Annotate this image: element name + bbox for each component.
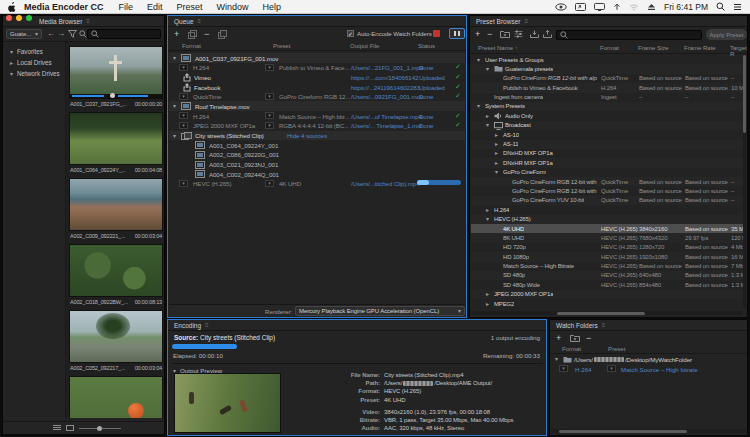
preset-group-row[interactable]: ▸JPEG 2000 MXF OP1a [471, 290, 746, 299]
watch-folders-horizontal-scrollbar[interactable] [551, 429, 746, 433]
queue-row-source[interactable]: ▾City streets (Stitched Clip)Hide 4 sour… [169, 131, 465, 141]
upload-url[interactable]: https://....com/184066142 [351, 74, 418, 81]
clip-thumbnail-laketown[interactable] [69, 178, 163, 231]
apple-menu-icon[interactable] [8, 2, 16, 12]
encoding-tab[interactable]: Encoding ≡ [168, 320, 546, 331]
chevron-right-icon[interactable]: ▸ [495, 132, 498, 138]
stop-queue-button[interactable] [433, 30, 440, 37]
close-window-button[interactable] [6, 15, 12, 21]
output-preset[interactable]: 4K UHD [279, 180, 301, 187]
pause-queue-button[interactable] [449, 28, 465, 39]
chevron-right-icon[interactable]: ▸ [486, 291, 489, 297]
renderer-dropdown[interactable]: Mercury Playback Engine GPU Acceleration… [295, 306, 465, 316]
watch-folder-output-row[interactable]: ▾H.264▾Match Source – High bitrate [551, 364, 746, 374]
add-watch-folder-icon[interactable]: + [556, 333, 561, 343]
menu-edit[interactable]: Edit [140, 2, 170, 12]
menu-preset[interactable]: Preset [170, 2, 210, 12]
app-menu-title[interactable]: Media Encoder CC [20, 2, 112, 12]
preset-row[interactable]: SD 480p WideHEVC (H.265)854x480Based on … [471, 280, 746, 289]
clip-thumbnail-cliff[interactable] [69, 310, 163, 363]
preset-search-input[interactable] [556, 30, 702, 40]
zoom-window-button[interactable] [26, 15, 32, 21]
preset-group-row[interactable]: ▾System Presets [471, 102, 746, 111]
chevron-right-icon[interactable]: ▸ [495, 141, 498, 147]
delete-preset-icon[interactable]: − [487, 29, 492, 39]
thumbnail-view-icon[interactable] [66, 425, 74, 431]
queue-row-subsource[interactable]: A003_C021_0923NJ_001 [169, 160, 465, 170]
clip-thumbnail-cross[interactable] [69, 46, 163, 99]
preset-row[interactable]: SD 480pHEVC (H.265)640x480Based on sourc… [471, 271, 746, 280]
column-preset[interactable]: Preset [608, 346, 625, 352]
dropdown-toggle-icon[interactable]: ▾ [607, 365, 616, 372]
output-file-link[interactable]: /Users/...21FG_001_1.mp4 [351, 64, 423, 71]
menu-clock[interactable]: Fri 6:41 PM [664, 2, 708, 12]
dropdown-toggle-icon[interactable]: ▾ [265, 180, 274, 187]
preset-group-row[interactable]: ▾GoPro CineForm [471, 168, 746, 177]
forward-arrow-icon[interactable]: → [57, 29, 65, 39]
dropdown-toggle-icon[interactable]: ▾ [265, 64, 274, 71]
output-preset[interactable]: RGBA 4:4:4:4 12-bit (BC... [279, 122, 349, 129]
panel-menu-icon[interactable]: ≡ [198, 18, 202, 24]
menu-help[interactable]: Help [256, 2, 289, 12]
output-file-link[interactable]: /Users/... Timelapse_1.mxf [351, 122, 422, 129]
column-format[interactable]: Format [562, 346, 581, 352]
preset-group-row[interactable]: ▸AS-11 [471, 140, 746, 149]
clip-thumbnail-ball[interactable] [69, 376, 163, 418]
dropdown-toggle-icon[interactable]: ▾ [179, 112, 188, 119]
queue-row-output[interactable]: ▾H.264▾Publish to Vimeo & Face.../Users/… [169, 63, 465, 73]
chevron-down-icon[interactable]: ▾ [477, 57, 480, 63]
output-format[interactable]: JPEG 2000 MXF OP1a [193, 122, 255, 129]
menu-window[interactable]: Window [210, 2, 256, 12]
chevron-down-icon[interactable]: ▾ [10, 71, 13, 77]
column-format[interactable]: Format [600, 45, 619, 51]
filter-icon[interactable] [68, 30, 77, 38]
panel-menu-icon[interactable]: ≡ [86, 18, 90, 24]
preset-row[interactable]: Match Source – High BitrateHEVC (H.265)B… [471, 262, 746, 271]
preset-group-row[interactable]: ▸DNxHD MXF OP1a [471, 149, 746, 158]
chevron-down-icon[interactable]: ▾ [486, 66, 489, 72]
queue-row-output[interactable]: ▾HEVC (H.265)▾4K UHD/Users/...titched Cl… [169, 179, 465, 189]
auto-encode-checkbox[interactable]: ✓ [347, 30, 354, 37]
preset-row[interactable]: HD 720pHEVC (H.265)1280x720Based on sour… [471, 243, 746, 252]
watch-folders-tab[interactable]: Watch Folders ≡ [550, 320, 747, 331]
watch-output-format[interactable]: H.264 [575, 366, 592, 373]
queue-row-subsource[interactable]: A002_C086_09220G_001 [169, 150, 465, 160]
column-frame-size[interactable]: Frame Size [638, 45, 669, 51]
queue-row-subsource[interactable]: A001_C064_09224Y_001 [169, 140, 465, 150]
preset-row[interactable]: GoPro CineForm RGB 12-bit with alphaQuic… [471, 177, 746, 186]
dropdown-toggle-icon[interactable]: ▾ [265, 93, 274, 100]
output-format[interactable]: HEVC (H.265) [193, 180, 231, 187]
spotlight-icon[interactable] [716, 2, 725, 11]
preset-row[interactable]: GoPro CineForm YUV 10-bitQuickTimeBased … [471, 196, 746, 205]
add-source-icon[interactable]: + [174, 29, 179, 39]
chevron-down-icon[interactable]: ▾ [555, 356, 558, 362]
clip-scrub-bar[interactable] [70, 94, 162, 98]
menu-file[interactable]: File [112, 2, 141, 12]
media-clip-item[interactable]: A002_C009_092221_...00:00:03:04 [69, 178, 163, 239]
dropdown-toggle-icon[interactable]: ▾ [559, 365, 568, 372]
column-preset-name[interactable]: Preset Name ↑ [478, 45, 518, 51]
queue-row-publish[interactable]: Vimeohttps://....com/184066142Uploaded✓ [169, 72, 465, 82]
queue-row-source[interactable]: ▾Roof Timelapse.mov [169, 101, 465, 111]
preset-vertical-scrollbar[interactable] [743, 55, 746, 308]
chevron-down-icon[interactable]: ▾ [486, 122, 489, 128]
chevron-down-icon[interactable]: ▾ [10, 49, 13, 55]
back-arrow-icon[interactable]: ← [47, 29, 55, 39]
chevron-down-icon[interactable]: ▾ [486, 216, 489, 222]
column-frame-rate[interactable]: Frame Rate [684, 45, 716, 51]
watch-folder-row[interactable]: ▾/Users//Desktop/MyWatchFolder [551, 354, 746, 364]
preset-group-row[interactable]: ▸H.264 [471, 205, 746, 214]
preset-group-row[interactable]: ▸DNxHR MXF OP1a [471, 158, 746, 167]
media-clip-item[interactable]: A001_C064_09224Y_...00:00:04:08 [69, 112, 163, 173]
dropdown-toggle-icon[interactable]: ▾ [179, 180, 188, 187]
chevron-down-icon[interactable]: ▾ [495, 169, 498, 175]
chevron-down-icon[interactable]: ▾ [477, 103, 480, 109]
queue-row-publish[interactable]: Facebookhttps://...24119614602283Uploade… [169, 82, 465, 92]
notification-center-icon[interactable] [733, 3, 742, 11]
duplicate-icon[interactable] [188, 30, 197, 41]
apply-preset-button[interactable]: Apply Preset [706, 29, 747, 40]
remove-icon[interactable]: − [204, 29, 209, 39]
media-clip-item[interactable] [69, 376, 163, 418]
output-format[interactable]: H.264 [193, 64, 209, 71]
chevron-down-icon[interactable]: ▾ [173, 103, 176, 109]
